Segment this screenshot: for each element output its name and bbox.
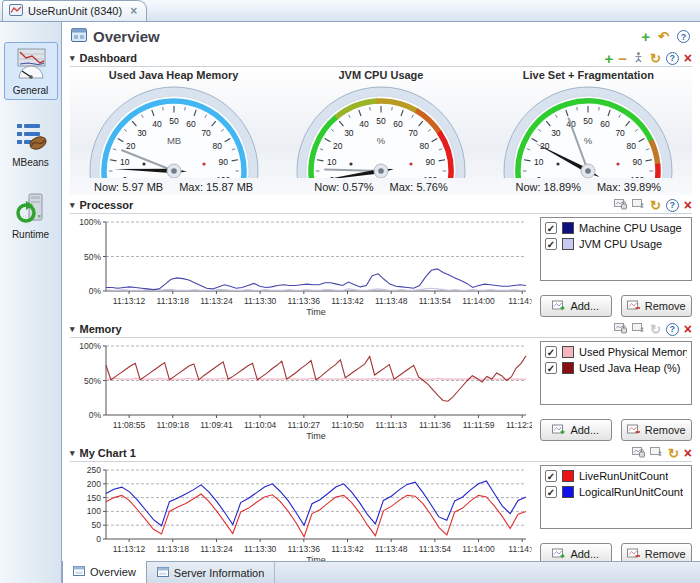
svg-text:11:13:54: 11:13:54 (419, 296, 452, 306)
memory-section-header[interactable]: ▾ Memory ↻ ? × (70, 321, 692, 338)
legend-label: LogicalRunUnitCount (579, 486, 683, 498)
sidebar-item-label: MBeans (12, 157, 49, 168)
svg-text:20: 20 (126, 141, 136, 151)
refresh-icon-disabled: ↻ (650, 323, 661, 336)
refresh-icon[interactable]: ↻ (668, 447, 679, 460)
series-color-swatch (562, 470, 574, 482)
series-color-swatch (562, 222, 574, 234)
gauge-now-value: Now: 5.97 MB (94, 181, 163, 193)
remove-attribute-button[interactable]: Remove (621, 419, 693, 441)
editor-tab-userununit[interactable]: UseRunUnit (8340) × (2, 0, 147, 21)
tab-server-information[interactable]: Server Information (147, 562, 275, 583)
gauge-title: Live Set + Fragmentation (523, 69, 654, 81)
collapse-triangle-icon[interactable]: ▾ (70, 200, 75, 210)
legend-checkbox[interactable]: ✓ (545, 222, 557, 234)
legend-checkbox[interactable]: ✓ (545, 346, 557, 358)
add-dial-icon[interactable]: + (604, 51, 613, 66)
svg-text:30: 30 (344, 128, 354, 138)
help-icon[interactable]: ? (677, 30, 690, 43)
collapse-triangle-icon[interactable]: ▾ (70, 448, 75, 458)
dashboard-section-header[interactable]: ▾ Dashboard + − ↻ ? × (70, 50, 692, 67)
processor-section-header[interactable]: ▾ Processor ↻ ? × (70, 197, 692, 214)
legend-checkbox[interactable]: ✓ (545, 238, 557, 250)
add-series-icon (552, 424, 566, 436)
freeze-chart-icon[interactable] (614, 322, 627, 336)
add-attribute-button[interactable]: Add... (540, 295, 612, 317)
series-color-swatch (562, 362, 574, 374)
freeze-chart-icon[interactable] (614, 198, 627, 212)
legend-checkbox[interactable]: ✓ (545, 486, 557, 498)
svg-text:11:14:0: 11:14:0 (508, 544, 532, 554)
legend-item: ✓ Used Physical Memory (%) (545, 346, 687, 358)
svg-text:50: 50 (376, 116, 386, 126)
help-icon[interactable]: ? (666, 323, 679, 336)
svg-text:0%: 0% (89, 410, 102, 420)
add-chart-icon[interactable]: + (641, 29, 650, 44)
tab-label: Overview (90, 566, 136, 578)
overview-page-icon (71, 28, 87, 46)
svg-text:11:09:41: 11:09:41 (200, 420, 233, 430)
svg-text:10: 10 (534, 157, 544, 167)
svg-text:100%: 100% (79, 217, 101, 227)
chart-accessibility-icon[interactable] (632, 198, 645, 212)
close-section-icon[interactable]: × (684, 446, 692, 460)
chart-accessibility-icon[interactable] (632, 322, 645, 336)
help-icon[interactable]: ? (666, 199, 679, 212)
section-title: Dashboard (80, 52, 137, 64)
svg-text:60: 60 (186, 119, 196, 129)
my-chart-legend: ✓ LiveRunUnitCount ✓ LogicalRunUnitCount (540, 465, 692, 529)
add-attribute-button[interactable]: Add... (540, 419, 612, 441)
svg-text:Time: Time (306, 307, 326, 317)
button-label: Remove (645, 300, 686, 312)
sidebar-item-runtime[interactable]: Runtime (4, 186, 58, 244)
gauge-title: JVM CPU Usage (338, 69, 423, 81)
freeze-chart-icon[interactable] (632, 446, 645, 460)
svg-text:11:10:50: 11:10:50 (331, 420, 364, 430)
svg-text:11:13:12: 11:13:12 (113, 296, 146, 306)
tab-close-icon[interactable]: × (130, 4, 137, 18)
svg-text:11:10:27: 11:10:27 (288, 420, 321, 430)
add-series-icon (552, 548, 566, 560)
reset-to-default-icon[interactable]: ↶ (658, 30, 669, 43)
console-sidebar: General MBeans (0, 22, 62, 583)
remove-dial-icon[interactable]: − (618, 51, 627, 66)
heap-gauge-dial: 0102030405060708090100MB (84, 82, 264, 178)
svg-text:11:13:54: 11:13:54 (419, 544, 452, 554)
gauge-max-value: Max: 39.89% (597, 181, 661, 193)
close-section-icon[interactable]: × (684, 51, 692, 65)
svg-text:10: 10 (120, 157, 130, 167)
svg-text:0: 0 (329, 175, 334, 178)
collapse-triangle-icon[interactable]: ▾ (70, 324, 75, 334)
button-label: Remove (645, 424, 686, 436)
my-chart-section-header[interactable]: ▾ My Chart 1 ↻ × (70, 445, 692, 462)
refresh-icon[interactable]: ↻ (650, 199, 661, 212)
sidebar-item-general[interactable]: General (4, 42, 58, 100)
svg-text:70: 70 (201, 128, 211, 138)
svg-text:90: 90 (425, 157, 435, 167)
sidebar-item-mbeans[interactable]: MBeans (4, 114, 58, 172)
tab-overview[interactable]: Overview (62, 561, 147, 583)
svg-text:50: 50 (169, 116, 179, 126)
help-icon[interactable]: ? (666, 52, 679, 65)
svg-text:11:09:18: 11:09:18 (157, 420, 190, 430)
remove-attribute-button[interactable]: Remove (621, 295, 693, 317)
memory-legend: ✓ Used Physical Memory (%) ✓ Used Java H… (540, 341, 692, 405)
legend-checkbox[interactable]: ✓ (545, 362, 557, 374)
svg-text:80: 80 (420, 141, 430, 151)
refresh-icon[interactable]: ↻ (650, 52, 661, 65)
legend-label: Used Physical Memory (%) (579, 346, 687, 358)
legend-checkbox[interactable]: ✓ (545, 470, 557, 482)
application-window: UseRunUnit (8340) × (0, 0, 700, 583)
svg-text:11:13:48: 11:13:48 (375, 296, 408, 306)
svg-text:11:13:42: 11:13:42 (331, 544, 364, 554)
close-section-icon[interactable]: × (684, 322, 692, 336)
accessibility-mode-icon[interactable] (632, 51, 645, 65)
close-section-icon[interactable]: × (684, 198, 692, 212)
my-chart-1-chart: 05010015020025011:13:1211:13:1811:13:241… (70, 465, 532, 565)
chart-accessibility-icon[interactable] (650, 446, 663, 460)
collapse-triangle-icon[interactable]: ▾ (70, 53, 75, 63)
page-title: Overview (93, 28, 160, 45)
processor-legend: ✓ Machine CPU Usage ✓ JVM CPU Usage (540, 217, 692, 281)
svg-text:11:11:13: 11:11:13 (375, 420, 407, 430)
dashboard-body: Used Java Heap Memory 010203040506070809… (70, 67, 692, 195)
